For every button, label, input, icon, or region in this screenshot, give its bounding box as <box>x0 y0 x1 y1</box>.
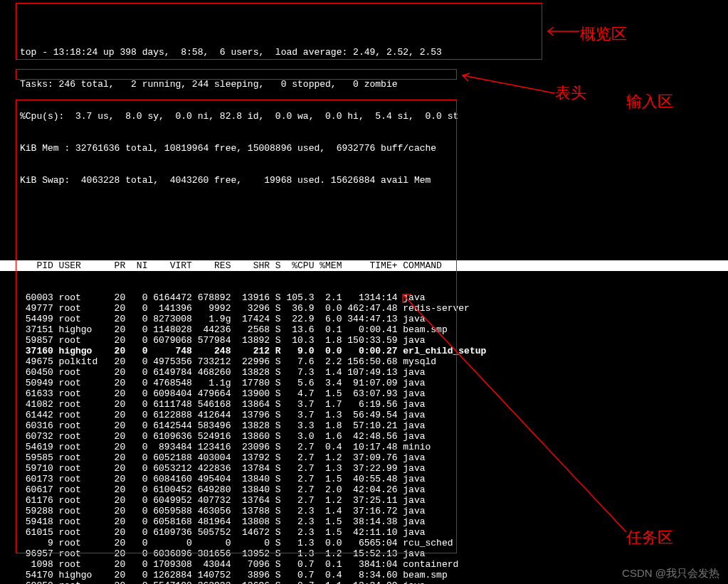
process-row[interactable]: 54499 root 20 0 8273008 1.9g 17424 S 22.… <box>0 314 728 324</box>
process-row[interactable]: 59288 root 20 0 6059588 463056 13788 S 2… <box>0 506 728 516</box>
terminal[interactable]: top - 13:18:24 up 398 days, 8:58, 6 user… <box>0 0 728 584</box>
annotation-label-header: 表头 <box>555 87 586 98</box>
process-row[interactable]: 96957 root 20 0 6036896 381656 13952 S 1… <box>0 548 728 559</box>
process-row[interactable]: 59585 root 20 0 6052188 403004 13792 S 2… <box>0 452 728 463</box>
process-table-body: 60003 root 20 0 6164472 678892 13916 S 1… <box>0 292 728 584</box>
top-uptime-line: top - 13:18:24 up 398 days, 8:58, 6 user… <box>0 47 728 58</box>
process-row[interactable]: 41082 root 20 0 6111748 546168 13864 S 3… <box>0 399 728 410</box>
annotation-label-tasks: 任务区 <box>626 532 673 543</box>
process-row[interactable]: 1098 root 20 0 1709308 43044 7096 S 0.7 … <box>0 559 728 570</box>
process-row[interactable]: 37151 highgo 20 0 1148028 44236 2568 S 1… <box>0 324 728 335</box>
process-row[interactable]: 50949 root 20 0 4768548 1.1g 17780 S 5.6… <box>0 378 728 388</box>
process-row[interactable]: 49675 polkitd 20 0 4975356 733212 22996 … <box>0 356 728 367</box>
top-cpu-line: %Cpu(s): 3.7 us, 8.0 sy, 0.0 ni, 82.8 id… <box>0 111 728 122</box>
annotation-label-input: 输入区 <box>626 96 673 107</box>
process-row[interactable]: 60450 root 20 0 6149784 468260 13828 S 7… <box>0 367 728 378</box>
summary-area: top - 13:18:24 up 398 days, 8:58, 6 user… <box>0 26 728 207</box>
process-row[interactable]: 61176 root 20 0 6049952 407732 13764 S 2… <box>0 495 728 506</box>
process-row[interactable]: 60003 root 20 0 6164472 678892 13916 S 1… <box>0 292 728 303</box>
process-row[interactable]: 59857 root 20 0 6079068 577984 13892 S 1… <box>0 335 728 346</box>
process-row[interactable]: 61633 root 20 0 6098404 479664 13900 S 4… <box>0 388 728 399</box>
process-row[interactable]: 54170 highgo 20 0 1262884 140752 3896 S … <box>0 570 728 580</box>
process-table-header[interactable]: PID USER PR NI VIRT RES SHR S %CPU %MEM … <box>0 260 728 271</box>
watermark: CSDN @我只会发热 <box>622 568 719 578</box>
process-row[interactable]: 60732 root 20 0 6109636 524916 13860 S 3… <box>0 431 728 442</box>
process-row[interactable]: 61442 root 20 0 6122888 412644 13796 S 3… <box>0 410 728 420</box>
blank-input-line[interactable] <box>0 228 728 239</box>
top-tasks-line: Tasks: 246 total, 2 running, 244 sleepin… <box>0 79 728 90</box>
top-swap-line: KiB Swap: 4063228 total, 4043260 free, 1… <box>0 175 728 186</box>
process-row[interactable]: 54619 root 20 0 893484 123416 23096 S 2.… <box>0 442 728 452</box>
process-row[interactable]: 59710 root 20 0 6053212 422836 13784 S 2… <box>0 463 728 474</box>
process-row[interactable]: 59418 root 20 0 6058168 481964 13808 S 2… <box>0 516 728 527</box>
top-mem-line: KiB Mem : 32761636 total, 10819964 free,… <box>0 143 728 154</box>
process-row[interactable]: 9 root 20 0 0 0 0 S 1.3 0.0 6565:04 rcu_… <box>0 538 728 548</box>
process-row[interactable]: 61015 root 20 0 6109736 505752 14672 S 2… <box>0 527 728 538</box>
process-row[interactable]: 49777 root 20 0 141396 9992 3296 S 36.9 … <box>0 303 728 314</box>
process-row[interactable]: 60316 root 20 0 6142544 583496 13828 S 3… <box>0 420 728 431</box>
annotation-label-overview: 概览区 <box>580 28 627 39</box>
process-row[interactable]: 60617 root 20 0 6100452 649280 13840 S 2… <box>0 484 728 495</box>
process-row[interactable]: 37160 highgo 20 0 748 248 212 R 9.0 0.0 … <box>0 346 728 356</box>
process-row[interactable]: 60850 root 20 0 5547100 362932 13696 S 0… <box>0 580 728 584</box>
process-row[interactable]: 60173 root 20 0 6084160 495404 13840 S 2… <box>0 474 728 484</box>
